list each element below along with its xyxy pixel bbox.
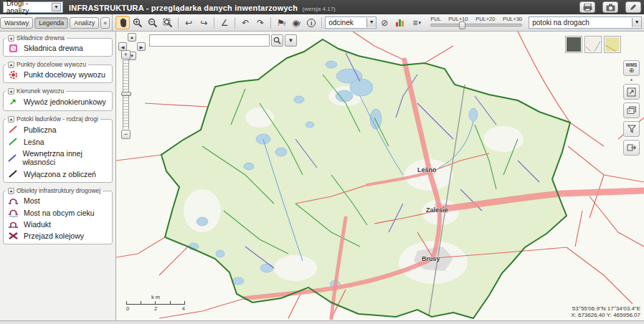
- basemap-satellite-thumbnail[interactable]: [565, 36, 582, 53]
- edit-button[interactable]: [625, 1, 641, 13]
- legend-item[interactable]: Punkt docelowy wywozu: [6, 69, 110, 80]
- pan-tool-button[interactable]: [115, 16, 130, 29]
- pul-label-3: PUL+30: [503, 16, 522, 22]
- workspace-select[interactable]: Drogi - analizy ▼: [3, 1, 63, 13]
- tab-legenda[interactable]: Legenda: [34, 17, 68, 29]
- pul-label-2: PUL+20: [475, 16, 495, 22]
- collapse-group-icon[interactable]: ▴: [8, 188, 14, 194]
- legend-item[interactable]: Most na obcym cieku: [6, 206, 110, 219]
- town-label-brusy: Brusy: [422, 255, 440, 262]
- bridge-foreign-stream-icon: [8, 208, 19, 217]
- pul-period-slider[interactable]: PUL PUL+10 PUL+20 PUL+30: [430, 16, 522, 30]
- legend-group-title: Składnice drewna: [16, 34, 65, 42]
- collapse-group-icon[interactable]: ▴: [8, 35, 14, 42]
- wms-button[interactable]: WMS ⊕: [623, 60, 640, 76]
- scale-unit: k m: [126, 294, 185, 300]
- search-button[interactable]: [271, 34, 283, 47]
- legend-group-kierunek: ▴Kierunek wywozu ↗ Wywóz jednokierunkowy: [3, 87, 113, 111]
- redo-button[interactable]: ↷: [253, 16, 267, 29]
- map-canvas[interactable]: Leśno Zalesie Brusy ▲ ◀ ▶ ▼ + − ▼: [116, 32, 644, 320]
- legend-item[interactable]: Przejazd kolejowy: [6, 230, 110, 242]
- tab-analizy[interactable]: Analizy: [70, 17, 99, 29]
- collapse-panel-button[interactable]: «: [100, 17, 110, 29]
- flow-layer-value: potoki na drogach: [532, 19, 589, 27]
- road-line-icon: [8, 137, 18, 146]
- back-arrow-page-icon: ↩: [185, 18, 192, 28]
- scale-tick-4: 4: [182, 305, 185, 312]
- zoom-extent-icon: [163, 18, 173, 28]
- collapse-group-icon[interactable]: ▴: [8, 88, 14, 95]
- legend-group-title: Punkty docelowe wywozu: [16, 61, 86, 68]
- collapse-group-icon[interactable]: ▴: [8, 116, 14, 123]
- road-line-icon: [8, 125, 18, 134]
- pul-slider-handle[interactable]: [459, 22, 465, 29]
- zoom-out-icon: [148, 18, 158, 28]
- identify-button[interactable]: i: [304, 16, 318, 29]
- coordinates-projected: X: 673626.40 Y: 465956.07: [571, 312, 640, 318]
- zoom-in-button[interactable]: +: [121, 50, 131, 59]
- zoom-to-selection-button[interactable]: [623, 84, 640, 100]
- basemap-plain-thumbnail[interactable]: [604, 36, 621, 53]
- undo-button[interactable]: ↶: [238, 16, 252, 29]
- export-button[interactable]: [623, 140, 640, 156]
- tab-warstwy[interactable]: Warstwy: [0, 17, 33, 29]
- zoom-in-icon: [133, 18, 143, 28]
- list-menu-button[interactable]: ≡▾: [407, 16, 426, 29]
- legend-item-label: Most: [24, 196, 40, 205]
- next-extent-button[interactable]: ↪: [196, 16, 211, 29]
- bar-chart-icon: [396, 19, 404, 27]
- legend-group-title: Kierunek wywozu: [16, 87, 64, 95]
- pul-slider-track[interactable]: [430, 24, 522, 27]
- clear-selection-button[interactable]: ⊘: [377, 16, 392, 29]
- flow-layer-select[interactable]: potoki na drogach ▼: [529, 16, 642, 29]
- zoom-out-button[interactable]: −: [121, 130, 131, 139]
- legend-item[interactable]: Wyłączona z obliczeń: [6, 168, 110, 180]
- pan-right-button[interactable]: ▶: [137, 42, 146, 51]
- legend-item-label: Przejazd kolejowy: [24, 232, 84, 240]
- layers-gallery-button[interactable]: [623, 103, 640, 118]
- legend-item[interactable]: Publiczna: [6, 123, 110, 135]
- timber-depot-icon: [9, 44, 17, 52]
- flag-marker-button[interactable]: ⚑y: [274, 16, 288, 29]
- one-way-arrow-icon: ↗: [7, 97, 19, 107]
- statistics-button[interactable]: [392, 16, 407, 29]
- pul-label-0: PUL: [430, 16, 441, 22]
- slashed-circle-icon: ⊘: [381, 18, 388, 28]
- basemap-topo-thumbnail[interactable]: [584, 36, 602, 53]
- measure-tool-button[interactable]: ∠: [217, 16, 232, 29]
- zoom-slider-handle[interactable]: [121, 92, 131, 96]
- search-icon: [273, 37, 281, 44]
- town-label-zalesie: Zalesie: [426, 206, 448, 214]
- legend-item[interactable]: Most: [6, 195, 110, 206]
- legend-item[interactable]: ↗ Wywóz jednokierunkowy: [6, 95, 110, 108]
- dot-separator: [630, 79, 633, 81]
- print-button[interactable]: [579, 1, 595, 13]
- legend-item[interactable]: Składnica drewna: [6, 42, 110, 54]
- collapse-group-icon[interactable]: ▴: [8, 62, 14, 68]
- zoom-extent-tool-button[interactable]: [161, 16, 175, 29]
- map-side-tools: WMS ⊕: [623, 60, 640, 156]
- legend-item-label: Wyłączona z obliczeń: [24, 170, 96, 178]
- legend-item[interactable]: Wewnętrzna innej własności: [6, 148, 110, 168]
- legend-item[interactable]: Wiadukt: [6, 219, 110, 230]
- search-options-button[interactable]: ▼: [285, 34, 297, 47]
- zoom-out-tool-button[interactable]: [146, 16, 160, 29]
- segment-mode-select[interactable]: odcinek ▼: [325, 16, 377, 29]
- redo-icon: ↷: [257, 18, 264, 28]
- map-search-input[interactable]: [149, 34, 270, 47]
- legend-group-potoki: ▴Potoki ładunków - rodzaj drogi Publiczn…: [3, 115, 113, 183]
- filter-button[interactable]: [623, 121, 640, 137]
- previous-extent-button[interactable]: ↩: [181, 16, 196, 29]
- basemap-thumbnails: [565, 36, 621, 53]
- screenshot-button[interactable]: [602, 1, 618, 13]
- forward-arrow-page-icon: ↪: [200, 18, 207, 28]
- scale-tick-2: 2: [154, 305, 157, 312]
- legend-item[interactable]: Leśna: [6, 135, 110, 148]
- zoom-in-tool-button[interactable]: [131, 16, 145, 29]
- pan-up-button[interactable]: ▲: [128, 33, 136, 42]
- point-marker-button[interactable]: ◉y: [289, 16, 303, 29]
- scale-line: [126, 301, 185, 305]
- zoom-slider-track[interactable]: [123, 60, 129, 129]
- legend-item-label: Publiczna: [24, 125, 57, 134]
- chevron-down-icon: ▼: [632, 18, 641, 27]
